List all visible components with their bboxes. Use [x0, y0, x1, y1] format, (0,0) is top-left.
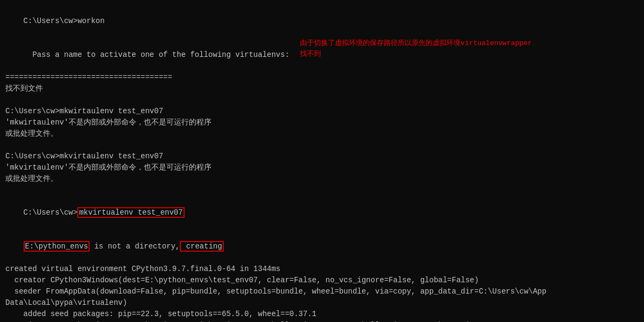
- created-env-line: created virtual environment CPython3.9.7…: [5, 264, 639, 275]
- activators-line: activators BashActivator,BatchActivator,…: [5, 320, 639, 322]
- blank-3: [5, 185, 639, 196]
- virtualenv-line: Pass a name to activate one of the follo…: [5, 38, 639, 72]
- annotation-line-2: 找不到: [300, 49, 532, 60]
- error-line-6: 或批处理文件。: [5, 128, 639, 140]
- python-envs-highlighted: E:\python_envs: [24, 241, 90, 252]
- is-not-dir-text: is not a directory,: [90, 242, 180, 251]
- command-line-1: C:\Users\cw>workon: [5, 4, 639, 38]
- error-line-5: 'mkwirtaulenv'不是内部或外部命令，也不是可运行的程序: [5, 117, 639, 128]
- mkvirtualenv-highlighted: mkvirtualenv test_env07: [77, 207, 184, 218]
- creating-highlighted: creating: [180, 241, 224, 252]
- blank-2: [5, 140, 639, 151]
- prompt-prefix: C:\Users\cw>: [24, 208, 78, 217]
- error-line-9: 或批处理文件。: [5, 173, 639, 185]
- pass-name-text: Pass a name to activate one of the follo…: [5, 38, 289, 72]
- creator-line: creator CPython3Windows(dest=E:\python_e…: [5, 275, 639, 286]
- terminal-window: C:\Users\cw>workon Pass a name to activa…: [0, 0, 644, 322]
- blank-1: [5, 94, 639, 106]
- seeder-line: seeder FromAppData(download=False, pip=b…: [5, 286, 639, 297]
- command-line-4: C:\Users\cw>mkwirtaulenv test_env07: [5, 106, 639, 117]
- mkvirtualenv-command-line: C:\Users\cw>mkvirtualenv test_env07: [5, 196, 639, 230]
- seed-packages-line: added seed packages: pip==22.3, setuptoo…: [5, 309, 639, 320]
- command-line-7: C:\Users\cw>mkvirtaulenv test_env07: [5, 151, 639, 162]
- annotation-line-1: 由于切换了虚拟环境的保存路径所以原先的虚拟环境virtualenvwrapper: [300, 38, 532, 49]
- not-found-text: 找不到文件: [5, 83, 639, 94]
- data-dir-line: Data\Local\pypa\virtualenv): [5, 297, 639, 309]
- creating-line: E:\python_envs is not a directory, creat…: [5, 230, 639, 264]
- divider-line: =====================================: [5, 72, 639, 83]
- annotation-block: 由于切换了虚拟环境的保存路径所以原先的虚拟环境virtualenvwrapper…: [300, 38, 532, 59]
- prompt-text: C:\Users\cw>workon: [24, 17, 105, 25]
- error-line-8: 'mkvirtaulenv'不是内部或外部命令，也不是可运行的程序: [5, 162, 639, 173]
